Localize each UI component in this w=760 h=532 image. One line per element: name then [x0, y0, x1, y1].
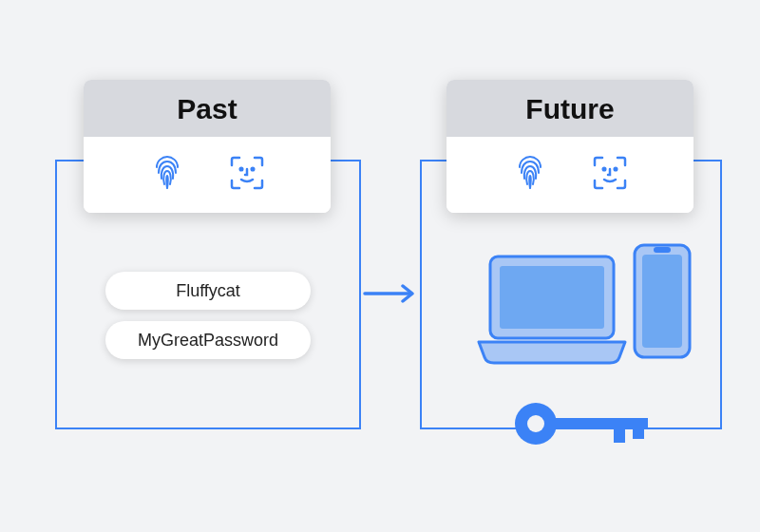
future-biometric-icons	[446, 137, 694, 213]
past-card: Past	[84, 80, 331, 213]
password-pill-1: Fluffycat	[105, 272, 311, 310]
fingerprint-icon	[511, 154, 549, 192]
laptop-icon	[479, 256, 625, 363]
devices-illustration	[473, 239, 695, 372]
faceid-icon	[591, 154, 629, 192]
password-pill-2: MyGreatPassword	[105, 321, 311, 359]
faceid-icon	[228, 154, 266, 192]
future-card: Future	[446, 80, 694, 213]
svg-point-0	[240, 168, 243, 171]
svg-point-4	[615, 168, 618, 171]
svg-rect-14	[633, 418, 644, 439]
past-title: Past	[84, 80, 331, 137]
svg-rect-13	[614, 418, 625, 443]
fingerprint-icon	[148, 154, 186, 192]
phone-icon	[635, 245, 690, 357]
future-title: Future	[446, 80, 694, 137]
svg-point-11	[527, 415, 544, 432]
svg-point-3	[603, 168, 606, 171]
password-text-2: MyGreatPassword	[138, 331, 278, 351]
past-biometric-icons	[84, 137, 331, 213]
svg-point-1	[252, 168, 255, 171]
key-icon	[511, 395, 654, 452]
svg-rect-8	[642, 255, 682, 348]
svg-rect-9	[654, 247, 671, 253]
svg-rect-6	[500, 266, 604, 329]
password-text-1: Fluffycat	[176, 281, 240, 301]
arrow-right-icon	[363, 284, 418, 303]
